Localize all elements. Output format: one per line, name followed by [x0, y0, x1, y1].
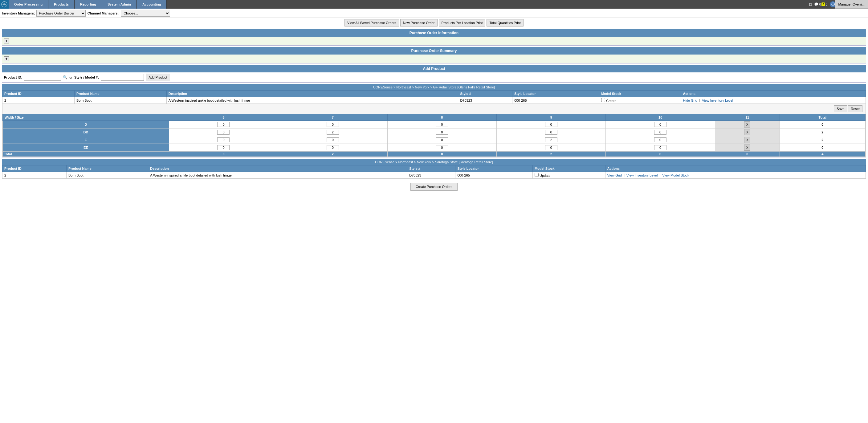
l1-actions: Hide Grid | View Inventory Level — [681, 97, 866, 104]
size-E-10[interactable] — [606, 136, 715, 144]
toolbar-row: Inventory Managers: Purchase Order Build… — [0, 9, 868, 18]
size-row-DD: DD X 2 — [3, 128, 866, 136]
input-DD-8[interactable] — [436, 130, 448, 135]
size-D-6[interactable] — [169, 121, 278, 128]
x-marker-DD-11: X — [744, 129, 750, 135]
input-EE-8[interactable] — [436, 145, 448, 150]
location2-product-row: 2 Born Boot A Western-inspired ankle boo… — [2, 172, 866, 179]
input-E-7[interactable] — [327, 137, 339, 142]
app-logo[interactable] — [0, 0, 9, 9]
nav-order-processing[interactable]: Order Processing — [9, 0, 49, 9]
po-summary-header: Purchase Order Summary — [2, 47, 866, 55]
l2-model-stock-checkbox[interactable] — [535, 173, 538, 177]
style-model-input[interactable] — [101, 74, 144, 81]
l2-description: A Western-inspired ankle boot detailed w… — [148, 172, 407, 179]
search-icon[interactable]: 🔍 — [63, 75, 67, 79]
product-id-input[interactable] — [24, 74, 61, 81]
add-product-btn[interactable]: Add Product — [146, 74, 170, 81]
size-DD-10[interactable] — [606, 128, 715, 136]
size-DD-6[interactable] — [169, 128, 278, 136]
location1-product-row: 2 Born Boot A Western-inspired ankle boo… — [2, 97, 866, 104]
size-col-11: 11 — [715, 114, 780, 121]
products-per-location-btn[interactable]: Products Per Location Print — [439, 19, 486, 27]
l1-model-stock-checkbox[interactable] — [601, 98, 605, 102]
channel-managers-select[interactable]: Choose... — [121, 10, 170, 17]
size-total-row: Total 0 2 0 2 0 0 4 — [3, 152, 866, 157]
nav-reporting[interactable]: Reporting — [74, 0, 102, 9]
inventory-managers-select[interactable]: Purchase Order Builder — [36, 10, 86, 17]
input-E-6[interactable] — [217, 137, 229, 142]
po-info-expand-icon[interactable]: + — [4, 38, 9, 43]
add-product-body: Product ID: 🔍 or Style / Model #: Add Pr… — [2, 72, 866, 82]
count-number: 12 — [809, 3, 812, 6]
size-D-8[interactable] — [387, 121, 496, 128]
manager-override-btn[interactable]: Manager Overri... — [835, 0, 868, 9]
size-EE-9[interactable] — [497, 144, 606, 152]
size-D-10[interactable] — [606, 121, 715, 128]
save-reset-group: Save Reset — [4, 105, 864, 113]
input-D-9[interactable] — [545, 122, 557, 127]
location2-table: Product ID Product Name Description Styl… — [2, 165, 866, 179]
input-E-8[interactable] — [436, 137, 448, 142]
nav-system-admin[interactable]: System Admin — [102, 0, 137, 9]
input-EE-10[interactable] — [654, 145, 666, 150]
input-E-9[interactable] — [545, 137, 557, 142]
size-E-9[interactable] — [497, 136, 606, 144]
size-EE-6[interactable] — [169, 144, 278, 152]
size-DD-total: 2 — [780, 128, 865, 136]
total-quantities-btn[interactable]: Total Quantities Print — [487, 19, 524, 27]
input-DD-7[interactable] — [327, 130, 339, 135]
size-EE-8[interactable] — [387, 144, 496, 152]
input-EE-6[interactable] — [217, 145, 229, 150]
input-E-10[interactable] — [654, 137, 666, 142]
size-D-11: X — [715, 121, 780, 128]
view-saved-po-btn[interactable]: View All Saved Purchase Orders — [344, 19, 399, 27]
nav-accounting[interactable]: Accounting — [137, 0, 167, 9]
location1-section: CORESense > Northeast > New York > GF Re… — [2, 84, 866, 157]
new-purchase-order-btn[interactable]: New Purchase Order — [400, 19, 438, 27]
size-E-8[interactable] — [387, 136, 496, 144]
po-summary-section: Purchase Order Summary + — [2, 47, 866, 63]
l1-save-btn[interactable]: Save — [834, 105, 847, 112]
input-DD-6[interactable] — [217, 130, 229, 135]
size-E-total: 2 — [780, 136, 865, 144]
create-po-btn[interactable]: Create Purchase Orders — [410, 183, 458, 191]
l2-product-id: 2 — [2, 172, 67, 179]
nav-products[interactable]: Products — [49, 0, 74, 9]
po-info-section: Purchase Order Information + — [2, 29, 866, 45]
size-E-7[interactable] — [278, 136, 387, 144]
size-row-E: E X 2 — [3, 136, 866, 144]
col-description-2: Description — [148, 165, 407, 172]
input-D-7[interactable] — [327, 122, 339, 127]
size-col-width: Width / Size — [3, 114, 169, 121]
size-DD-7[interactable] — [278, 128, 387, 136]
size-total-7: 2 — [278, 152, 387, 157]
bubble-icon: 💬 — [814, 2, 819, 6]
l2-view-model-stock-link[interactable]: View Model Stock — [662, 173, 689, 177]
po-summary-expand-icon[interactable]: + — [4, 56, 9, 61]
l2-view-grid-link[interactable]: View Grid — [607, 173, 622, 177]
size-DD-8[interactable] — [387, 128, 496, 136]
size-grid-header: Width / Size 6 7 8 9 10 11 Total — [3, 114, 866, 121]
input-DD-9[interactable] — [545, 130, 557, 135]
size-D-9[interactable] — [497, 121, 606, 128]
l1-hide-grid-link[interactable]: Hide Grid — [683, 99, 697, 102]
l2-view-inventory-link[interactable]: View Inventory Level — [626, 173, 657, 177]
size-E-6[interactable] — [169, 136, 278, 144]
size-EE-7[interactable] — [278, 144, 387, 152]
input-D-8[interactable] — [436, 122, 448, 127]
count-badge: 0 — [822, 2, 825, 6]
l1-view-inventory-link[interactable]: View Inventory Level — [702, 99, 733, 102]
size-DD-9[interactable] — [497, 128, 606, 136]
l2-product-name: Born Boot — [66, 172, 148, 179]
input-D-6[interactable] — [217, 122, 229, 127]
l1-style-locator: 000-265 — [513, 97, 599, 104]
l1-reset-btn[interactable]: Reset — [848, 105, 863, 112]
input-D-10[interactable] — [654, 122, 666, 127]
input-DD-10[interactable] — [654, 130, 666, 135]
input-EE-9[interactable] — [545, 145, 557, 150]
col-style-2: Style # — [407, 165, 456, 172]
size-D-7[interactable] — [278, 121, 387, 128]
input-EE-7[interactable] — [327, 145, 339, 150]
size-EE-10[interactable] — [606, 144, 715, 152]
